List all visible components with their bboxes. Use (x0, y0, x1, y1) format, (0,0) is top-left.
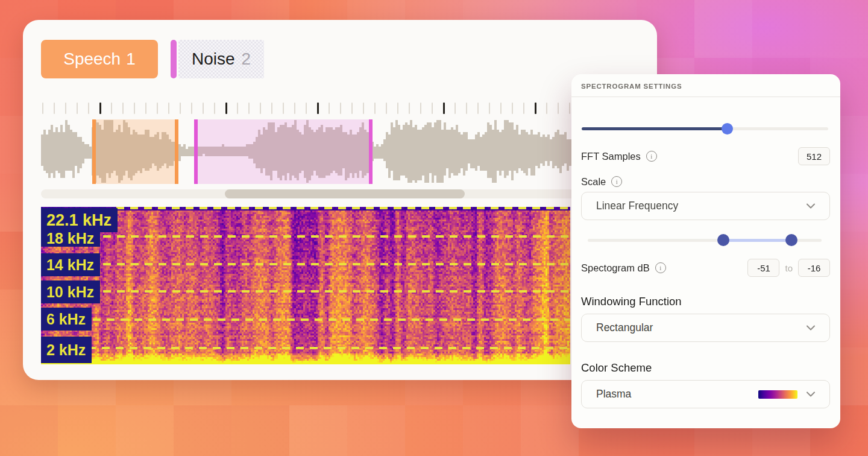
speech-region-selection[interactable] (92, 119, 178, 184)
db-range-handle-low[interactable] (717, 234, 729, 246)
ruler-tick (260, 103, 261, 114)
info-icon[interactable]: i (646, 151, 657, 162)
freq-label: 14 kHz (41, 253, 100, 276)
ruler-tick (294, 103, 295, 114)
ruler-tick (145, 103, 146, 114)
ruler-tick (558, 103, 559, 114)
db-min-input[interactable]: -51 (747, 259, 779, 277)
ruler-tick (237, 103, 238, 114)
ruler-tick (306, 103, 307, 114)
freq-gridline (103, 235, 570, 238)
noise-color-bar (171, 40, 177, 78)
ruler-tick (363, 103, 364, 114)
mosaic-tile (405, 405, 463, 456)
info-icon[interactable]: i (611, 176, 622, 187)
ruler-tick (77, 103, 78, 114)
color-scheme-label: Color Scheme (581, 361, 652, 375)
ruler-tick (489, 103, 490, 114)
panel-title: SPECTROGRAM SETTINGS (571, 74, 840, 97)
ruler-tick (477, 103, 479, 114)
scale-selected-value: Linear Frequency (596, 200, 678, 212)
mosaic-tile (58, 405, 116, 456)
freq-label: 22.1 kHz (41, 208, 118, 232)
spectrogram-view[interactable]: 22.1 kHz18 kHz14 kHz10 kHz6 kHz2 kHz (41, 207, 570, 364)
ruler-tick (271, 103, 272, 114)
freq-label: 2 kHz (41, 337, 92, 363)
ruler-tick (546, 103, 547, 114)
db-range-handle-high[interactable] (785, 234, 797, 246)
zoom-slider[interactable] (581, 122, 830, 135)
ruler-tick (191, 103, 192, 114)
db-max-input[interactable]: -16 (798, 259, 830, 277)
fft-samples-value[interactable]: 512 (798, 147, 830, 165)
fft-samples-label: FFT Samples (581, 151, 641, 162)
db-range-slider[interactable] (581, 234, 830, 247)
mosaic-tile (694, 0, 752, 58)
zoom-slider-track[interactable] (582, 127, 828, 130)
track-chip-speech-badge: 1 (126, 49, 136, 69)
ruler-tick (329, 103, 330, 114)
ruler-tick (351, 103, 353, 114)
freq-label: 18 kHz (41, 230, 100, 247)
mosaic-tile (174, 405, 231, 456)
ruler-tick (386, 103, 387, 114)
db-to-text: to (785, 263, 793, 273)
ruler-tick (42, 103, 43, 114)
ruler-tick (54, 103, 55, 114)
windowing-function-select[interactable]: Rectangular (581, 314, 830, 342)
ruler-tick (214, 103, 215, 114)
ruler-tick (374, 103, 376, 114)
audio-editor-card: Speech 1 Noise 2 22.1 kHz18 kHz14 kHz10 … (23, 20, 657, 380)
db-range-active (723, 239, 791, 242)
track-chip-speech-label: Speech (63, 49, 121, 69)
chevron-down-icon (807, 203, 815, 209)
ruler-tick (248, 103, 250, 114)
scale-select[interactable]: Linear Frequency (581, 192, 830, 220)
mosaic-tile (347, 405, 405, 456)
ruler-tick-major (99, 103, 101, 114)
freq-label: 6 kHz (41, 308, 92, 331)
freq-gridline (103, 290, 570, 293)
freq-gridline (88, 347, 570, 349)
ruler-tick (340, 103, 341, 114)
zoom-slider-handle[interactable] (722, 123, 733, 135)
ruler-tick-major (317, 103, 319, 114)
ruler-tick (466, 103, 467, 114)
noise-region-selection[interactable] (194, 119, 373, 184)
timeline-ruler[interactable] (42, 103, 636, 115)
app-background: Speech 1 Noise 2 22.1 kHz18 kHz14 kHz10 … (0, 0, 868, 456)
ruler-tick (454, 103, 456, 114)
windowing-selected-value: Rectangular (596, 321, 653, 334)
waveform-scrollbar-track[interactable] (41, 189, 635, 198)
ruler-tick (203, 103, 204, 114)
ruler-tick (512, 103, 513, 114)
mosaic-tile (116, 405, 174, 456)
freq-gridline (103, 263, 570, 265)
track-chip-noise-badge: 2 (242, 49, 251, 69)
mosaic-tile (752, 0, 810, 58)
windowing-function-label: Windowing Function (581, 295, 682, 308)
db-range-track[interactable] (588, 239, 822, 242)
zoom-slider-fill (582, 127, 727, 130)
waveform-scrollbar-thumb[interactable] (225, 189, 465, 198)
ruler-tick (111, 103, 112, 114)
spectrogram-canvas[interactable] (41, 207, 570, 364)
mosaic-tile (0, 405, 58, 456)
color-scheme-select[interactable]: Plasma (581, 380, 830, 408)
track-chip-speech[interactable]: Speech 1 (41, 40, 158, 78)
spectrogram-db-label: Spectogram dB (581, 262, 650, 274)
chevron-down-icon (807, 325, 815, 331)
ruler-tick-major (443, 103, 445, 114)
ruler-tick-major (225, 103, 227, 114)
ruler-tick (122, 103, 124, 114)
mosaic-tile (521, 405, 579, 456)
mosaic-tile (289, 405, 347, 456)
mosaic-tile (231, 405, 289, 456)
ruler-tick-major (535, 103, 536, 114)
info-icon[interactable]: i (655, 262, 666, 273)
ruler-tick (168, 103, 169, 114)
freq-gridline (93, 318, 570, 321)
track-chip-noise[interactable]: Noise 2 (171, 40, 264, 78)
ruler-tick (432, 103, 433, 114)
ruler-tick (88, 103, 89, 114)
